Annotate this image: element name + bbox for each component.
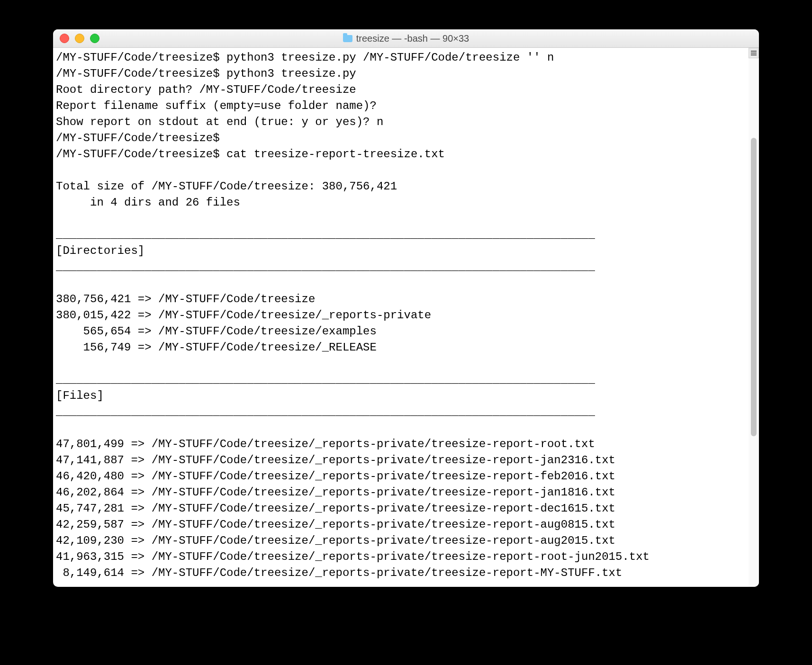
window-title: treesize — -bash — 90×33 (53, 33, 759, 44)
terminal-window: treesize — -bash — 90×33 /MY-STUFF/Code/… (53, 29, 759, 587)
traffic-lights (60, 34, 99, 43)
hamburger-icon (751, 51, 757, 55)
scrollbar-menu-button[interactable] (749, 48, 759, 58)
scrollbar-thumb[interactable] (751, 138, 757, 436)
scrollbar[interactable] (749, 48, 759, 587)
terminal-area[interactable]: /MY-STUFF/Code/treesize$ python3 treesiz… (53, 48, 759, 587)
minimize-button[interactable] (75, 34, 84, 43)
titlebar[interactable]: treesize — -bash — 90×33 (53, 29, 759, 48)
window-title-text: treesize — -bash — 90×33 (356, 33, 469, 44)
zoom-button[interactable] (90, 34, 99, 43)
close-button[interactable] (60, 34, 69, 43)
folder-icon (343, 35, 352, 42)
terminal-output[interactable]: /MY-STUFF/Code/treesize$ python3 treesiz… (53, 48, 759, 581)
